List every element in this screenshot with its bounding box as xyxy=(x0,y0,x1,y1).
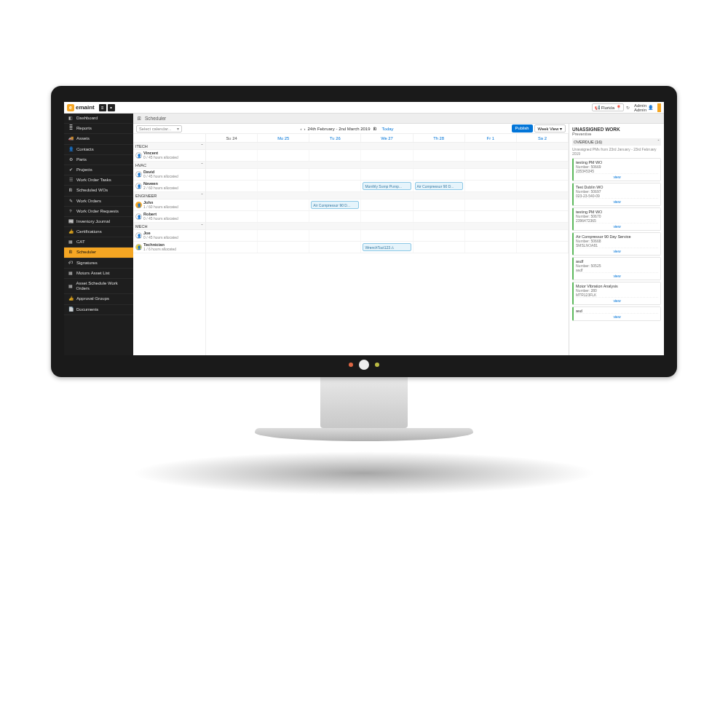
sidebar-item-work-order-requests[interactable]: ?Work Order Requests xyxy=(64,207,133,217)
sidebar-item-contacts[interactable]: 👤Contacts xyxy=(64,145,133,155)
calendar-cell[interactable] xyxy=(309,169,361,180)
sidebar-item-scheduler[interactable]: 🗓Scheduler xyxy=(64,248,133,258)
refresh-icon[interactable]: ↻ xyxy=(626,105,630,110)
calendar-cell[interactable] xyxy=(465,199,517,210)
calendar-cell[interactable] xyxy=(206,199,258,210)
wo-view-link[interactable]: view xyxy=(576,198,658,204)
calendar-cell[interactable]: Air Compressor 90 D... xyxy=(414,181,465,191)
sidebar-item-documents[interactable]: 📄Documents xyxy=(64,305,133,315)
next-week[interactable]: › xyxy=(304,127,305,131)
wo-view-link[interactable]: view xyxy=(576,173,658,179)
sidebar-item-certifications[interactable]: 👍Certifications xyxy=(64,227,133,237)
resource-person[interactable]: 👤Naveen2 / 60 hours allocated xyxy=(133,181,205,192)
calendar-cell[interactable] xyxy=(361,169,413,180)
work-order-card[interactable]: Air Compressor 90 Day ServiceNumber: 506… xyxy=(572,232,661,256)
work-order-card[interactable]: Test Dublin WONumber: 50697023-23-540-09… xyxy=(572,183,661,206)
day-header[interactable]: Su 24 xyxy=(206,134,258,142)
work-order-card[interactable]: Motor Vibration AnalysisNumber: 280MTR12… xyxy=(572,282,661,305)
sidebar-item-dashboard[interactable]: ◧Dashboard xyxy=(64,114,133,124)
calendar-cell[interactable] xyxy=(206,242,258,253)
sidebar-item-asset-schedule-work-orders[interactable]: ▦Asset Schedule Work Orders xyxy=(64,279,133,294)
calendar-cell[interactable] xyxy=(414,242,465,253)
calendar-cell[interactable] xyxy=(309,230,361,241)
day-header[interactable]: Tu 26 xyxy=(309,134,361,142)
calendar-cell[interactable] xyxy=(258,211,309,222)
day-header[interactable]: Fr 1 xyxy=(465,134,517,142)
calendar-cell[interactable] xyxy=(258,169,309,180)
wo-view-link[interactable]: view xyxy=(576,223,658,229)
menu-icon[interactable]: ≡ xyxy=(99,104,106,111)
calendar-cell[interactable] xyxy=(517,211,569,222)
calendar-cell[interactable] xyxy=(465,211,517,222)
work-order-card[interactable]: asdfNumber: 50525asdfview xyxy=(572,257,661,280)
calendar-cell[interactable]: Air Compressor 90 D... xyxy=(309,199,361,210)
day-header[interactable]: Sa 2 xyxy=(517,134,569,142)
calendar-cell[interactable] xyxy=(206,211,258,222)
calendar-cell[interactable] xyxy=(465,169,517,180)
calendar-cell[interactable] xyxy=(465,150,517,161)
sidebar-item-scheduled-wos[interactable]: 🗓Scheduled WOs xyxy=(64,186,133,196)
day-header[interactable]: Mo 25 xyxy=(258,134,309,142)
calendar-cell[interactable] xyxy=(465,230,517,241)
wo-view-link[interactable]: view xyxy=(576,272,658,278)
calendar-cell[interactable]: WrenchTool123 ⚠ xyxy=(361,242,413,253)
sidebar-item-inventory-journal[interactable]: 📰Inventory Journal xyxy=(64,217,133,227)
calendar-cell[interactable] xyxy=(309,242,361,253)
calendar-cell[interactable] xyxy=(414,150,465,161)
calendar-cell[interactable] xyxy=(258,199,309,210)
calendar-cell[interactable] xyxy=(361,211,413,222)
resource-person[interactable]: 👤Joe0 / 45 hours allocated xyxy=(133,230,205,242)
calendar-cell[interactable] xyxy=(309,181,361,191)
calendar-event[interactable]: Air Compressor 90 D... xyxy=(415,182,463,190)
calendar-cell[interactable] xyxy=(206,150,258,161)
calendar-cell[interactable] xyxy=(361,199,413,210)
day-header[interactable]: We 27 xyxy=(361,134,413,142)
calendar-cell[interactable] xyxy=(206,169,258,180)
resource-person[interactable]: 👤John1 / 60 hours allocated xyxy=(133,199,205,211)
calendar-cell[interactable] xyxy=(258,181,309,191)
calendar-cell[interactable] xyxy=(258,230,309,241)
calendar-cell[interactable] xyxy=(517,181,569,191)
calendar-cell[interactable] xyxy=(517,169,569,180)
prev-week[interactable]: ‹ xyxy=(300,127,301,131)
calendar-cell[interactable] xyxy=(517,150,569,161)
calendar-cell[interactable] xyxy=(465,181,517,191)
day-header[interactable]: Th 28 xyxy=(414,134,465,142)
calendar-cell[interactable] xyxy=(258,150,309,161)
sidebar-item-projects[interactable]: ✔Projects xyxy=(64,165,133,175)
share-icon[interactable]: ⚬ xyxy=(108,104,115,111)
calendar-cell[interactable] xyxy=(414,169,465,180)
calendar-cell[interactable] xyxy=(309,211,361,222)
resource-person[interactable]: 👤Technician1 / 6 hours allocated xyxy=(133,242,205,253)
sidebar-item-cat[interactable]: ▦CAT xyxy=(64,237,133,248)
sidebar-item-approval-groups[interactable]: 👍Approval Groups xyxy=(64,294,133,304)
sidebar-item-parts[interactable]: ⚙Parts xyxy=(64,155,133,165)
calendar-cell[interactable] xyxy=(206,181,258,191)
calendar-cell[interactable] xyxy=(361,230,413,241)
resource-person[interactable]: 👤David0 / 45 hours allocated xyxy=(133,169,205,181)
calendar-cell[interactable] xyxy=(309,150,361,161)
calendar-cell[interactable] xyxy=(206,230,258,241)
today-button[interactable]: Today xyxy=(382,127,394,131)
overdue-header[interactable]: OVERDUE (16) ˅ xyxy=(572,138,661,146)
calendar-event[interactable]: Monthly Sump Pump... xyxy=(363,182,411,190)
resource-group[interactable]: ITECH˅ xyxy=(133,143,205,150)
wo-view-link[interactable]: view xyxy=(576,248,658,253)
work-order-card[interactable]: testing PM WONumber: 506702396472365view xyxy=(572,207,661,231)
user-menu[interactable]: Admin Admin 👤 xyxy=(632,103,655,113)
calendar-cell[interactable] xyxy=(361,150,413,161)
sidebar-item-assets[interactable]: 🚚Assets xyxy=(64,134,133,144)
view-mode-button[interactable]: Week View ▾ xyxy=(534,124,566,132)
work-order-card[interactable]: testing PM WONumber: 50669235345345view xyxy=(572,158,661,181)
resource-group[interactable]: ENGINEER˅ xyxy=(133,192,205,199)
sidebar-item-work-orders[interactable]: ✎Work Orders xyxy=(64,197,133,207)
calendar-cell[interactable] xyxy=(414,230,465,241)
calendar-cell[interactable]: Monthly Sump Pump... xyxy=(361,181,413,191)
calendar-icon-small[interactable]: 🗓 xyxy=(373,127,377,131)
calendar-cell[interactable] xyxy=(465,242,517,253)
work-order-card[interactable]: asdview xyxy=(572,306,661,321)
sidebar-item-reports[interactable]: ≣Reports xyxy=(64,124,133,134)
wo-view-link[interactable]: view xyxy=(576,313,658,319)
sidebar-item-motors-asset-list[interactable]: ▦Motors Asset List xyxy=(64,269,133,279)
location-picker[interactable]: 📢 Florida 📍 xyxy=(592,103,624,111)
